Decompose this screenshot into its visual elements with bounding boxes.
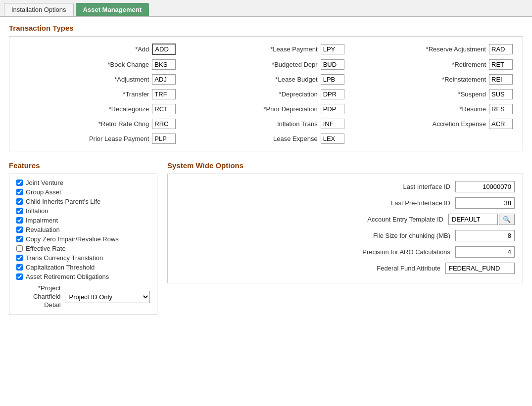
transaction-types-header: Transaction Types: [9, 24, 523, 32]
feature-label-aro: Asset Retirement Obligations: [26, 273, 109, 280]
tx-input-lease-payment[interactable]: [321, 44, 344, 54]
checkbox-impairment[interactable]: [16, 217, 23, 224]
swo-label-federal-fund: Federal Fund Attribute: [377, 265, 440, 272]
tx-label-lease-expense: Lease Expense: [273, 135, 318, 142]
tx-label-retirement: *Retirement: [452, 61, 486, 68]
tx-label-prior-lease: Prior Lease Payment: [89, 135, 149, 142]
tx-row-retro-rate: *Retro Rate Chng: [13, 118, 182, 130]
checkbox-copy-zero[interactable]: [16, 236, 23, 242]
features-box: Joint Venture Group Asset Child Inherits…: [9, 174, 157, 315]
tx-input-reserve-adj[interactable]: [489, 44, 513, 54]
tx-row-budgeted-depr: *Budgeted Depr: [182, 58, 350, 71]
swo-row-last-pre-interface: Last Pre-Interface ID: [176, 197, 515, 209]
tx-label-inflation: Inflation Trans: [277, 120, 318, 128]
tx-input-retirement[interactable]: [489, 59, 513, 70]
tx-label-suspend: *Suspend: [458, 90, 486, 98]
checkbox-cap-threshold[interactable]: [16, 264, 23, 271]
tx-input-budgeted-depr[interactable]: [321, 59, 344, 70]
swo-row-last-interface: Last Interface ID: [176, 181, 515, 192]
transaction-types-box: *Add *Lease Payment *Reserve Adjustment …: [9, 36, 523, 151]
tx-row-lease-payment: *Lease Payment: [182, 43, 350, 56]
checkbox-revaluation[interactable]: [16, 226, 23, 233]
transaction-types-section: Transaction Types *Add *Lease Payment *R…: [9, 24, 523, 151]
feature-label-joint-venture: Joint Venture: [26, 179, 63, 186]
feature-group-asset: Group Asset: [16, 188, 150, 196]
project-chartfield-row: *Project ChartfieldDetail Project ID Onl…: [16, 284, 150, 310]
feature-cap-threshold: Capitalization Threshold: [16, 264, 150, 271]
checkbox-child-inherits[interactable]: [16, 198, 23, 205]
tx-input-add[interactable]: [152, 44, 176, 55]
tab-installation-options[interactable]: Installation Options: [4, 3, 74, 16]
project-chartfield-label: *Project ChartfieldDetail: [16, 284, 61, 310]
tx-label-reserve-adj: *Reserve Adjustment: [426, 45, 486, 53]
tx-input-book-change[interactable]: [152, 59, 176, 70]
swo-row-file-size: File Size for chunking (MB): [176, 230, 515, 241]
project-chartfield-select[interactable]: Project ID Only Project and Activity Non…: [65, 291, 150, 303]
tx-input-inflation[interactable]: [321, 119, 344, 129]
swo-label-last-pre-interface: Last Pre-Interface ID: [391, 199, 450, 207]
swo-header: System Wide Options: [167, 161, 523, 170]
tx-label-book-change: *Book Change: [107, 61, 149, 68]
feature-label-copy-zero: Copy Zero Impair/Revalue Rows: [26, 235, 119, 243]
swo-row-account-entry: Account Entry Template ID 🔍: [176, 214, 515, 225]
tx-input-suspend[interactable]: [489, 89, 513, 99]
tx-row-recategorize: *Recategorize: [13, 103, 182, 115]
feature-revaluation: Revaluation: [16, 226, 150, 233]
tx-row-prior-lease: Prior Lease Payment: [13, 133, 182, 145]
swo-input-precision-aro[interactable]: [455, 246, 515, 258]
tx-row-book-change: *Book Change: [13, 58, 182, 71]
tx-row-resume: *Resume: [350, 103, 519, 115]
tx-label-prior-depr: *Prior Depreciation: [264, 105, 318, 113]
checkbox-trans-currency[interactable]: [16, 255, 23, 261]
tx-label-recategorize: *Recategorize: [109, 105, 149, 113]
swo-input-federal-fund[interactable]: [445, 263, 515, 274]
checkbox-group-asset[interactable]: [16, 189, 23, 195]
feature-trans-currency: Trans Currency Translation: [16, 254, 150, 262]
features-header: Features: [9, 161, 157, 170]
tx-label-budgeted-depr: *Budgeted Depr: [272, 61, 318, 68]
feature-impairment: Impairment: [16, 217, 150, 224]
tx-input-resume[interactable]: [489, 104, 513, 114]
tx-input-lease-expense[interactable]: [321, 134, 344, 144]
swo-row-federal-fund: Federal Fund Attribute: [176, 263, 515, 274]
tx-input-accretion[interactable]: [489, 119, 513, 129]
swo-input-file-size[interactable]: [455, 230, 515, 241]
tx-input-adjustment[interactable]: [152, 74, 176, 85]
tx-input-reinstatement[interactable]: [489, 74, 513, 85]
swo-input-last-interface[interactable]: [455, 181, 515, 192]
tx-label-retro-rate: *Retro Rate Chng: [98, 120, 149, 128]
feature-label-cap-threshold: Capitalization Threshold: [26, 264, 95, 271]
swo-label-precision-aro: Precision for ARO Calculations: [362, 248, 450, 256]
tx-row-lease-budget: *Lease Budget: [182, 73, 350, 86]
tx-input-recategorize[interactable]: [152, 104, 176, 114]
tx-input-lease-budget[interactable]: [321, 74, 344, 85]
tab-asset-management[interactable]: Asset Management: [76, 3, 149, 16]
tx-label-reinstatement: *Reinstatement: [442, 76, 486, 83]
feature-label-revaluation: Revaluation: [26, 226, 60, 233]
tx-input-prior-depr[interactable]: [321, 104, 344, 114]
checkbox-inflation[interactable]: [16, 208, 23, 214]
tx-input-retro-rate[interactable]: [152, 119, 176, 129]
tx-label-lease-budget: *Lease Budget: [275, 76, 317, 83]
tx-placeholder: [350, 133, 519, 145]
tx-label-adjustment: *Adjustment: [114, 76, 149, 83]
feature-label-inflation: Inflation: [26, 207, 48, 215]
feature-aro: Asset Retirement Obligations: [16, 273, 150, 280]
checkbox-effective-rate[interactable]: [16, 245, 23, 252]
feature-label-trans-currency: Trans Currency Translation: [26, 254, 103, 262]
tx-input-transfer[interactable]: [152, 89, 176, 99]
swo-input-last-pre-interface[interactable]: [455, 197, 515, 209]
checkbox-joint-venture[interactable]: [16, 180, 23, 186]
account-entry-search-button[interactable]: 🔍: [499, 214, 515, 225]
feature-joint-venture: Joint Venture: [16, 179, 150, 186]
swo-box: Last Interface ID Last Pre-Interface ID …: [167, 174, 523, 283]
tx-label-accretion: Accretion Expense: [433, 120, 486, 128]
tx-row-lease-expense: Lease Expense: [182, 133, 350, 145]
feature-effective-rate: Effective Rate: [16, 245, 150, 252]
tx-input-depreciation[interactable]: [321, 89, 344, 99]
tx-row-add: *Add: [13, 43, 182, 56]
checkbox-aro[interactable]: [16, 273, 23, 280]
swo-label-file-size: File Size for chunking (MB): [373, 232, 450, 239]
swo-input-account-entry[interactable]: [448, 214, 498, 225]
tx-input-prior-lease[interactable]: [152, 134, 176, 144]
